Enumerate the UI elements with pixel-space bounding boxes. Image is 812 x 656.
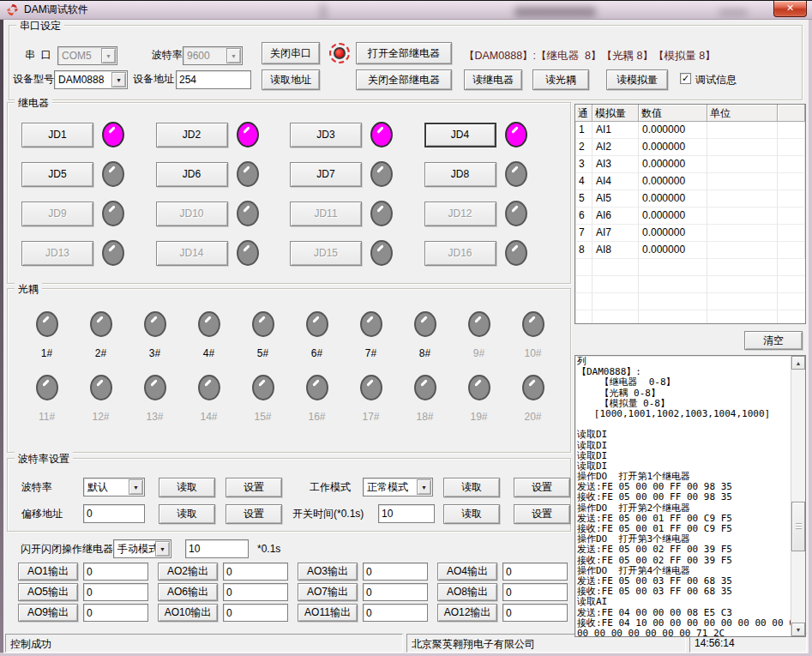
ao-output-input[interactable] [502,583,568,601]
ao-output-input[interactable] [83,583,148,601]
log-line: 操作DO 打开第2个继电器 [577,503,791,514]
workmode-read-button[interactable]: 读取 [443,478,500,497]
log-panel[interactable]: 列【DAM0888】: 【继电器 0-8】 【光耦 0-8】 【模拟量 0-8】… [574,355,806,637]
ao-output-input[interactable] [502,604,568,622]
device-model-combo[interactable]: DAM0888 ▼ [54,70,128,89]
ao-output-input[interactable] [83,604,148,622]
table-row[interactable]: 7 AI7 0.000000 [575,225,805,242]
title-bar[interactable]: DAM调试软件 [0,1,812,20]
flash-time-input[interactable] [185,539,249,558]
relay-button[interactable]: JD4 [424,123,496,147]
scroll-up-icon[interactable]: ▲ [791,356,805,370]
ao-output-input[interactable] [223,583,288,601]
offset-address-input[interactable] [83,504,145,523]
chevron-down-icon[interactable]: ▼ [101,48,116,63]
ao-output-input[interactable] [363,583,428,601]
device-address-input[interactable] [176,70,251,89]
ao-output-button[interactable]: AO4输出 [437,563,497,581]
opto-led-indicator [414,375,436,400]
table-row[interactable]: 6 AI6 0.000000 [575,208,805,225]
offset-read-button[interactable]: 读取 [159,504,215,524]
ao-output-button[interactable]: AO6输出 [158,583,218,601]
log-line [577,419,791,430]
table-row[interactable]: 3 AI3 0.000000 [575,156,805,173]
relay-button[interactable]: JD11 [290,202,362,226]
offset-set-button[interactable]: 设置 [226,504,282,524]
ao-output-button[interactable]: AO7输出 [298,583,358,601]
table-row[interactable]: 4 AI4 0.000000 [575,173,805,190]
table-row[interactable]: 2 AI2 0.000000 [575,139,805,156]
ao-output-input[interactable] [363,563,428,581]
ao-output-button[interactable]: AO9输出 [18,604,78,622]
ao-output-input[interactable] [223,563,288,581]
chevron-down-icon[interactable]: ▼ [111,72,126,87]
baud-setting-combo[interactable]: 默认 ▼ [83,478,145,497]
ao-output-button[interactable]: AO3输出 [298,563,358,581]
clear-log-button[interactable]: 清空 [744,331,803,350]
log-scrollbar[interactable]: ▲ ▼ [791,356,805,636]
relay-button[interactable]: JD7 [290,162,362,187]
log-content[interactable]: 列【DAM0888】: 【继电器 0-8】 【光耦 0-8】 【模拟量 0-8】… [575,356,791,636]
ao-output-input[interactable] [502,563,568,581]
relay-button[interactable]: JD5 [21,162,93,187]
read-relay-button[interactable]: 读继电器 [464,69,522,90]
switch-time-read-button[interactable]: 读取 [443,504,500,524]
table-row[interactable]: 8 AI8 0.000000 [575,242,805,259]
relay-button[interactable]: JD12 [424,202,496,226]
table-row[interactable]: 1 AI1 0.000000 [575,122,805,139]
switch-time-set-button[interactable]: 设置 [514,504,570,524]
relay-button[interactable]: JD9 [21,202,93,226]
ao-output-button[interactable]: AO12输出 [437,604,497,622]
ao-output-input[interactable] [83,563,148,581]
ao-output-input[interactable] [363,604,428,622]
scroll-down-icon[interactable]: ▼ [791,623,805,636]
column-header-analog[interactable]: 模拟量 [592,105,639,122]
scrollbar-thumb[interactable] [791,502,805,551]
read-address-button[interactable]: 读取地址 [262,69,320,90]
workmode-set-button[interactable]: 设置 [514,478,570,497]
relay-button[interactable]: JD10 [156,202,228,226]
opto-channel-label: 9# [473,347,484,359]
baudrate-combo[interactable]: 9600 ▼ [183,46,243,65]
ao-output-button[interactable]: AO11输出 [298,604,358,622]
flash-mode-combo[interactable]: 手动模式 ▼ [113,539,171,558]
relay-button[interactable]: JD15 [290,241,362,266]
relay-button[interactable]: JD1 [21,123,93,147]
workmode-combo[interactable]: 正常模式 ▼ [363,478,433,497]
ao-output-input[interactable] [223,604,288,622]
close-serial-button[interactable]: 关闭串口 [262,42,320,64]
log-line: 发送:FE 04 00 00 00 08 E5 C3 [577,608,791,618]
chevron-down-icon[interactable]: ▼ [417,479,431,495]
serial-port-combo[interactable]: COM5 ▼ [57,46,117,65]
column-header-unit[interactable]: 单位 [707,105,778,122]
relay-button[interactable]: JD8 [424,162,496,187]
close-button[interactable]: ✕ [773,1,807,17]
relay-button[interactable]: JD14 [156,241,228,266]
column-header-extra[interactable] [778,105,805,122]
relay-button[interactable]: JD3 [290,123,362,147]
open-all-relays-button[interactable]: 打开全部继电器 [356,42,452,64]
column-header-channel[interactable]: 通 [575,105,592,122]
chevron-down-icon[interactable]: ▼ [155,541,170,557]
relay-button[interactable]: JD6 [156,162,228,187]
baud-read-button[interactable]: 读取 [159,478,215,497]
relay-button[interactable]: JD16 [424,241,496,266]
opto-channel-label: 14# [200,411,217,423]
column-header-value[interactable]: 数值 [639,105,707,122]
baud-set-button[interactable]: 设置 [226,478,282,497]
read-opto-button[interactable]: 读光耦 [532,69,589,90]
debug-info-checkbox[interactable]: ✓ [680,73,691,84]
ao-output-button[interactable]: AO8输出 [437,583,497,601]
ao-output-button[interactable]: AO1输出 [18,563,78,581]
ao-output-button[interactable]: AO10输出 [158,604,218,622]
ao-output-button[interactable]: AO2输出 [158,563,218,581]
table-row[interactable]: 5 AI5 0.000000 [575,190,805,208]
close-all-relays-button[interactable]: 关闭全部继电器 [356,69,452,90]
read-analog-button[interactable]: 读模拟量 [606,69,668,90]
switch-time-input[interactable] [378,504,435,523]
relay-button[interactable]: JD13 [21,241,93,266]
ao-output-button[interactable]: AO5输出 [18,583,78,601]
relay-button[interactable]: JD2 [156,123,228,147]
chevron-down-icon[interactable]: ▼ [129,479,143,495]
chevron-down-icon[interactable]: ▼ [226,48,241,63]
